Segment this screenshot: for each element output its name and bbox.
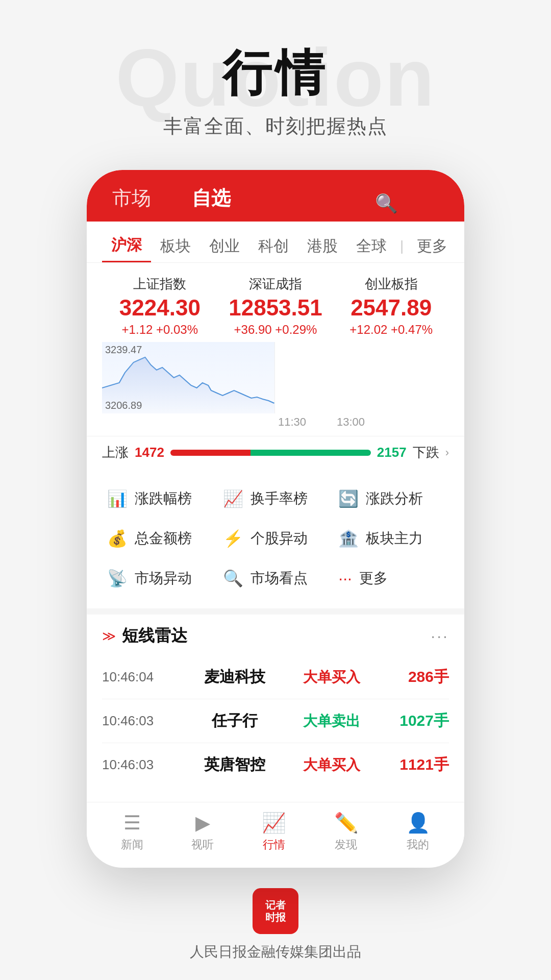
market-change-icon: 📡 xyxy=(107,569,128,588)
tab-more[interactable]: 更多 xyxy=(408,231,457,262)
radar-row-1[interactable]: 10:46:04 麦迪科技 大单买入 286手 xyxy=(102,655,449,699)
market-active-icon: 📈 xyxy=(262,812,286,834)
bar-green xyxy=(251,450,371,456)
tab-divider: | xyxy=(396,238,408,254)
radar-action-1: 大单买入 xyxy=(286,668,378,687)
chart-left: 3239.47 3206.89 xyxy=(102,342,275,413)
tab-kechuang[interactable]: 科创 xyxy=(249,231,298,262)
app-header: 市场 自选 🔍 xyxy=(87,170,464,222)
index-shanghai-change: +1.12 +0.03% xyxy=(102,323,218,337)
rise-label: 上涨 xyxy=(102,444,129,461)
radar-header: ≫ 短线雷达 ··· xyxy=(102,625,449,647)
footer-logo-text: 记者 时报 xyxy=(265,899,286,923)
menu-market-view[interactable]: 🔍 市场看点 xyxy=(218,558,334,598)
tab-bankuai[interactable]: 板块 xyxy=(151,231,200,262)
chart-time-1300: 13:00 xyxy=(337,415,365,429)
menu-market-change[interactable]: 📡 市场异动 xyxy=(102,558,218,598)
tab-chuangye[interactable]: 创业 xyxy=(200,231,249,262)
index-chuangye-change: +12.02 +0.47% xyxy=(333,323,449,337)
tab-bar: 沪深 板块 创业 科创 港股 全球 | 更多 xyxy=(87,222,464,263)
menu-sector-force[interactable]: 🏦 板块主力 xyxy=(333,519,449,558)
radar-amount-2: 1027手 xyxy=(378,710,449,731)
page-subtitle: 丰富全面、时刻把握热点 xyxy=(0,113,551,139)
turnover-icon: 📈 xyxy=(223,489,243,508)
radar-amount-1: 286手 xyxy=(378,667,449,688)
rise-fall-icon: 📊 xyxy=(107,489,128,508)
rise-count: 1472 xyxy=(135,445,164,460)
tab-hushen[interactable]: 沪深 xyxy=(102,230,151,262)
radar-chevron-icon: ≫ xyxy=(102,628,116,644)
tab-ganggu[interactable]: 港股 xyxy=(298,231,347,262)
menu-more[interactable]: ··· 更多 xyxy=(333,558,449,598)
rise-fall-bar[interactable]: 上涨 1472 2157 下跌 › xyxy=(87,436,464,469)
index-shanghai[interactable]: 上证指数 3224.30 +1.12 +0.03% xyxy=(102,275,218,337)
tab-quanqiu[interactable]: 全球 xyxy=(347,231,396,262)
radar-row-3[interactable]: 10:46:03 英唐智控 大单买入 1121手 xyxy=(102,743,449,787)
chart-area[interactable]: 3239.47 3206.89 11:30 13:00 xyxy=(87,342,464,436)
discover-icon: ✏️ xyxy=(334,812,358,834)
radar-section: ≫ 短线雷达 ··· 10:46:04 麦迪科技 大单买入 286手 10:46… xyxy=(87,615,464,797)
menu-analysis-label: 涨跌分析 xyxy=(366,489,423,508)
nav-item-mine[interactable]: 👤 我的 xyxy=(406,812,430,852)
menu-market-view-label: 市场看点 xyxy=(251,569,308,588)
radar-row-2[interactable]: 10:46:03 任子行 大单卖出 1027手 xyxy=(102,699,449,743)
menu-stock-change-label: 个股异动 xyxy=(251,529,308,548)
nav-market[interactable]: 市场 xyxy=(112,185,151,211)
news-icon: ☰ xyxy=(123,812,141,834)
nav-mine-label: 我的 xyxy=(407,837,429,852)
analysis-icon: 🔄 xyxy=(338,489,359,508)
menu-total-amount[interactable]: 💰 总金额榜 xyxy=(102,519,218,558)
menu-turnover[interactable]: 📈 换手率榜 xyxy=(218,479,334,519)
total-amount-icon: 💰 xyxy=(107,529,128,548)
search-icon[interactable]: 🔍 xyxy=(375,193,398,214)
nav-watchlist[interactable]: 自选 xyxy=(192,185,231,211)
fall-count: 2157 xyxy=(377,445,407,460)
index-chuangye-value: 2547.89 xyxy=(333,295,449,321)
index-chuangye[interactable]: 创业板指 2547.89 +12.02 +0.47% xyxy=(333,275,449,337)
nav-item-discover[interactable]: ✏️ 发现 xyxy=(334,812,358,852)
nav-market-label: 行情 xyxy=(263,837,285,852)
radar-more-icon[interactable]: ··· xyxy=(431,627,449,646)
radar-stock-3: 英唐智控 xyxy=(184,754,286,775)
audio-video-icon: ▶ xyxy=(195,812,210,834)
fall-label: 下跌 xyxy=(413,444,439,461)
page-title: 行情 xyxy=(0,41,551,107)
index-shenzhen[interactable]: 深证成指 12853.51 +36.90 +0.29% xyxy=(218,275,334,337)
chart-time-1130: 11:30 xyxy=(278,415,306,429)
app-nav-wrapper: 市场 自选 🔍 xyxy=(112,185,439,222)
nav-item-news[interactable]: ☰ 新闻 xyxy=(121,812,143,852)
index-shanghai-name: 上证指数 xyxy=(102,275,218,293)
menu-rise-fall-label: 涨跌幅榜 xyxy=(135,489,192,508)
menu-rise-fall[interactable]: 📊 涨跌幅榜 xyxy=(102,479,218,519)
radar-stock-1: 麦迪科技 xyxy=(184,667,286,688)
radar-time-3: 10:46:03 xyxy=(102,757,184,773)
index-shenzhen-change: +36.90 +0.29% xyxy=(218,323,334,337)
menu-analysis[interactable]: 🔄 涨跌分析 xyxy=(333,479,449,519)
nav-audio-video-label: 视听 xyxy=(191,837,214,852)
app-nav: 市场 自选 xyxy=(112,185,231,222)
stock-change-icon: ⚡ xyxy=(223,529,243,548)
nav-item-market[interactable]: 📈 行情 xyxy=(262,812,286,852)
page-footer: 记者 时报 人民日报金融传媒集团出品 xyxy=(0,888,551,962)
radar-time-1: 10:46:04 xyxy=(102,669,184,685)
chart-right xyxy=(277,342,449,413)
phone-mockup: 市场 自选 🔍 沪深 板块 创业 科创 港股 全球 | 更多 上证指数 3224… xyxy=(87,170,464,868)
section-divider xyxy=(87,608,464,615)
market-view-icon: 🔍 xyxy=(223,569,243,588)
menu-more-label: 更多 xyxy=(359,569,388,588)
chart-container: 3239.47 3206.89 xyxy=(102,342,449,413)
menu-stock-change[interactable]: ⚡ 个股异动 xyxy=(218,519,334,558)
menu-sector-force-label: 板块主力 xyxy=(366,529,423,548)
menu-market-change-label: 市场异动 xyxy=(135,569,192,588)
footer-logo: 记者 时报 xyxy=(253,888,298,934)
radar-time-2: 10:46:03 xyxy=(102,713,184,729)
radar-action-3: 大单买入 xyxy=(286,755,378,775)
nav-item-audio-video[interactable]: ▶ 视听 xyxy=(191,812,214,852)
radar-amount-3: 1121手 xyxy=(378,754,449,775)
nav-news-label: 新闻 xyxy=(121,837,143,852)
index-chuangye-name: 创业板指 xyxy=(333,275,449,293)
chart-high-label: 3239.47 xyxy=(105,344,142,356)
index-section: 上证指数 3224.30 +1.12 +0.03% 深证成指 12853.51 … xyxy=(87,263,464,342)
sector-force-icon: 🏦 xyxy=(338,529,359,548)
radar-stock-2: 任子行 xyxy=(184,710,286,731)
